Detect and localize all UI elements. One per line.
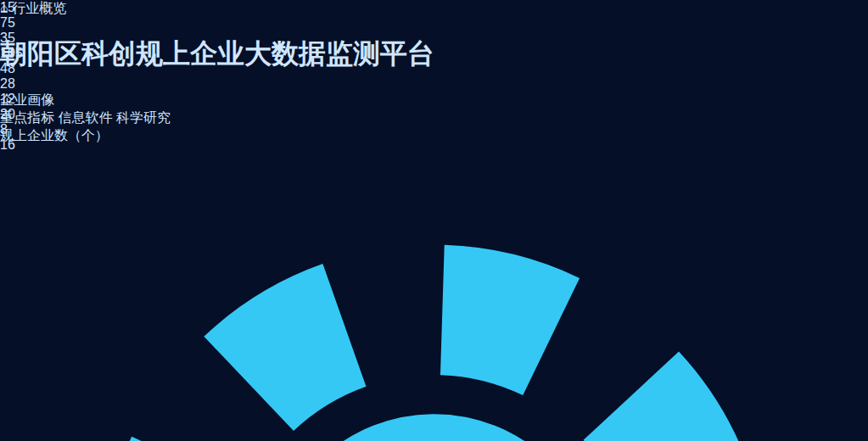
map-marker[interactable]: 16 [0,137,868,153]
map-marker[interactable]: 8 [0,122,868,137]
map-marker[interactable]: 35 [0,31,868,46]
map-marker[interactable]: 48 [0,61,868,76]
map-marker[interactable]: 12 [0,92,868,107]
map-marker[interactable]: 75 [0,15,868,31]
map-marker[interactable]: 20 [0,107,868,122]
map-marker[interactable]: 28 [0,76,868,92]
map-marker[interactable]: 15 [0,0,868,15]
map-badge-layer: 15753510548281220816 [0,0,868,441]
map-marker[interactable]: 105 [0,46,868,61]
